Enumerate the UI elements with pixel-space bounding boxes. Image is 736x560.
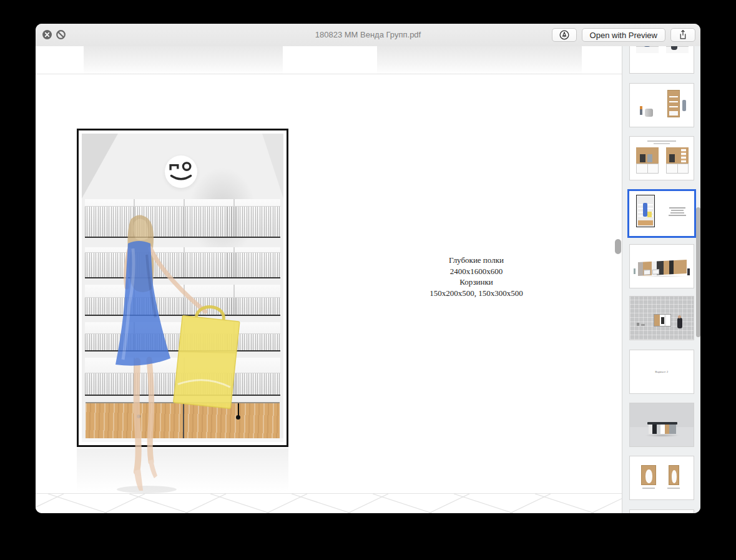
silhouette — [645, 469, 652, 483]
share-button[interactable] — [670, 28, 695, 42]
markup-pen-icon — [558, 29, 571, 41]
figure — [640, 109, 642, 115]
thumbnail-page-coffee-cabinets[interactable] — [629, 136, 694, 180]
text-bar — [647, 140, 676, 142]
markup-button[interactable] — [552, 28, 577, 42]
page-annotation: Глубокие полки 2400x1600x600 Корзинки 15… — [429, 255, 523, 298]
cabinet-row — [638, 260, 687, 276]
thumbnail-page-cabinet-row-perspective[interactable] — [629, 244, 694, 288]
text-bar — [669, 207, 685, 209]
thumbnail-page-kiosk-render[interactable] — [629, 403, 694, 447]
thumbnail-art — [630, 456, 694, 499]
shelf-base — [669, 112, 678, 115]
mini-shelf — [636, 195, 655, 227]
figure — [682, 100, 686, 111]
cupboard — [636, 164, 659, 174]
desktop-background: 180823 ММ Венда Групп.pdf Open with Prev… — [0, 0, 736, 560]
quicklook-window: 180823 ММ Венда Групп.pdf Open with Prev… — [36, 24, 700, 513]
text-bar — [669, 215, 686, 216]
titlebar[interactable]: 180823 ММ Венда Групп.pdf Open with Prev… — [36, 24, 700, 47]
figure — [634, 268, 635, 274]
thumbnail-art — [631, 192, 693, 235]
thumbnail-page-partial-next[interactable] — [629, 509, 694, 513]
niche-base — [636, 46, 659, 53]
drawer — [644, 270, 650, 275]
cupboard-divider — [647, 164, 648, 173]
mini-bag — [647, 212, 652, 217]
variant-label: Вариант 2 — [655, 370, 669, 373]
coffee-machine — [647, 154, 652, 162]
shelf-line — [669, 106, 678, 107]
previous-page-fragment — [84, 46, 283, 74]
thumbnail-art — [630, 137, 694, 180]
drawer — [652, 269, 659, 275]
thumbnail-sidebar[interactable]: Вариант 2 — [622, 46, 700, 513]
previous-page-fragment — [377, 46, 582, 74]
caption-bar — [642, 488, 655, 489]
thumbnail-page-variant-title[interactable]: Вариант 2 — [629, 350, 694, 394]
coffee-machine — [669, 154, 675, 162]
thumbnail-art — [630, 403, 694, 446]
cupboard — [666, 164, 689, 174]
thumbnail-art — [630, 46, 694, 73]
caption-bar — [667, 488, 680, 489]
thumbnail-art — [630, 245, 694, 288]
open-with-preview-label: Open with Preview — [590, 31, 657, 40]
thumbnail-art — [630, 510, 694, 513]
thumbnail-page-bin-and-tall-shelf[interactable] — [629, 83, 694, 127]
text-bar — [671, 210, 684, 211]
pdf-view[interactable]: Глубокие полки 2400x1600x600 Корзинки 15… — [36, 46, 622, 513]
titlebar-buttons: Open with Preview — [552, 28, 695, 42]
annotation-line: 150x200x500, 150x300x500 — [429, 288, 523, 299]
share-icon — [677, 29, 689, 41]
text-bar — [654, 143, 670, 144]
silhouette — [672, 470, 677, 483]
thumbnail-page-seating-niches[interactable] — [629, 46, 694, 74]
niche — [669, 465, 679, 485]
figure — [671, 46, 677, 50]
thumbnail-page-gray-room-cabinet[interactable] — [629, 296, 694, 340]
main-scrollbar-thumb[interactable] — [615, 239, 621, 254]
mini-drawers — [638, 220, 653, 225]
small-object — [637, 323, 639, 326]
shelf-stack — [681, 149, 686, 162]
cupboard-divider — [677, 164, 678, 173]
coffee-machine — [640, 154, 645, 162]
figure-head — [678, 315, 681, 318]
figure — [687, 268, 690, 275]
sidebar-scrollbar-thumb[interactable] — [696, 207, 700, 337]
annotation-line: Глубокие полки — [429, 255, 523, 266]
cabinet — [666, 147, 689, 164]
left-wall-shadow — [82, 134, 118, 199]
thumbnail-page-deep-shelves-current[interactable] — [627, 189, 696, 238]
annotation-line: 2400x1600x600 — [429, 266, 523, 277]
cabinet — [636, 147, 659, 164]
kiosk-shadow — [645, 434, 680, 437]
annotation-line: Корзинки — [429, 277, 523, 288]
smiley-logo-icon — [165, 155, 197, 188]
small-object — [641, 324, 645, 326]
page-separator — [36, 74, 622, 74]
shelf-line — [669, 96, 678, 97]
brand-logo — [165, 155, 197, 188]
tall-shelf — [667, 90, 680, 117]
shelf-line — [669, 101, 678, 102]
open-with-preview-button[interactable]: Open with Preview — [582, 28, 665, 42]
mini-figure — [643, 203, 647, 217]
kiosk-body — [649, 425, 676, 434]
thumbnail-art — [630, 84, 694, 127]
figure — [677, 318, 682, 328]
niche — [641, 465, 656, 485]
dark-panel — [661, 317, 664, 324]
thumbnail-art — [630, 297, 694, 340]
woman-shopper-figure — [98, 211, 285, 495]
next-page-fragment — [36, 494, 622, 513]
round-bin — [645, 109, 653, 117]
thumbnail-page-two-niches[interactable] — [629, 456, 694, 500]
cabinet — [654, 314, 671, 327]
thumbnail-art: Вариант 2 — [630, 350, 694, 393]
floor-shadow — [639, 275, 689, 277]
text-bar — [670, 212, 684, 214]
niche-base — [666, 46, 689, 53]
